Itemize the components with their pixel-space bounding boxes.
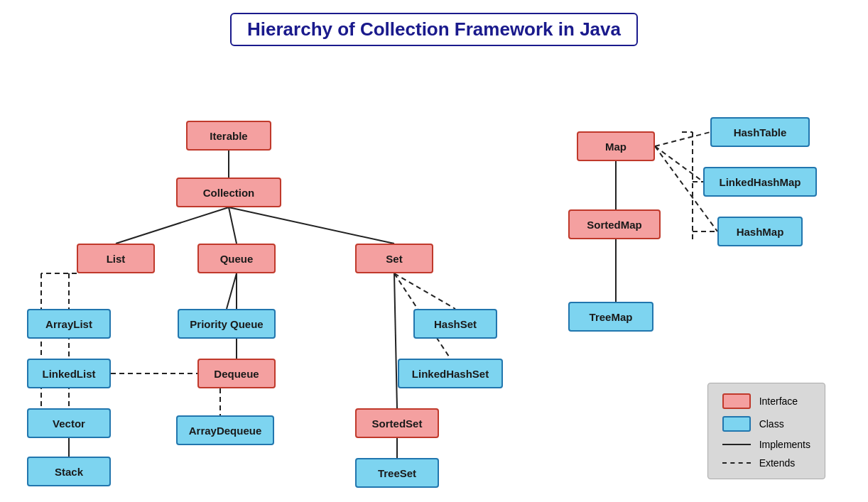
legend-interface-box — [722, 393, 751, 409]
page-title: Hierarchy of Collection Framework in Jav… — [0, 0, 868, 53]
node-arraydequeue: ArrayDequeue — [176, 415, 274, 445]
node-treemap: TreeMap — [568, 302, 653, 332]
node-linkedhashmap: LinkedHashMap — [703, 167, 817, 197]
node-hashmap: HashMap — [717, 217, 803, 246]
legend-extends: Extends — [722, 457, 810, 469]
legend-interface: Interface — [722, 393, 810, 409]
node-treeset: TreeSet — [355, 458, 439, 488]
svg-line-3 — [229, 207, 394, 244]
node-iterable: Iterable — [186, 121, 271, 151]
node-arraylist: ArrayList — [27, 309, 111, 339]
node-stack: Stack — [27, 457, 111, 486]
svg-line-1 — [116, 207, 229, 244]
diagram-area: IterableCollectionListQueueSetArrayListL… — [0, 53, 868, 501]
legend-extends-label: Extends — [759, 457, 796, 469]
node-linkedlist: LinkedList — [27, 359, 111, 388]
legend-solid-line — [722, 444, 751, 445]
legend: Interface Class Implements Extends — [707, 383, 825, 479]
legend-dashed-line — [722, 462, 751, 464]
svg-line-19 — [394, 273, 397, 408]
node-dequeue: Dequeue — [197, 359, 276, 388]
node-priorityqueue: Priority Queue — [178, 309, 276, 339]
node-sortedmap: SortedMap — [568, 209, 661, 239]
node-vector: Vector — [27, 408, 111, 438]
node-set: Set — [355, 244, 433, 273]
svg-line-17 — [394, 273, 455, 309]
node-sortedset: SortedSet — [355, 408, 439, 438]
legend-class-label: Class — [759, 418, 784, 430]
node-list: List — [77, 244, 155, 273]
node-hashset: HashSet — [413, 309, 497, 339]
svg-line-21 — [655, 132, 710, 146]
legend-class: Class — [722, 416, 810, 432]
legend-implements-label: Implements — [759, 439, 810, 450]
svg-line-22 — [655, 146, 703, 182]
node-hashtable: HashTable — [710, 117, 810, 147]
node-map: Map — [577, 131, 655, 161]
legend-class-box — [722, 416, 751, 432]
legend-implements: Implements — [722, 439, 810, 450]
svg-line-14 — [227, 273, 237, 309]
node-queue: Queue — [197, 244, 276, 273]
node-linkedhashset: LinkedHashSet — [398, 359, 503, 388]
legend-interface-label: Interface — [759, 395, 798, 407]
node-collection: Collection — [176, 178, 281, 207]
svg-line-2 — [229, 207, 237, 244]
